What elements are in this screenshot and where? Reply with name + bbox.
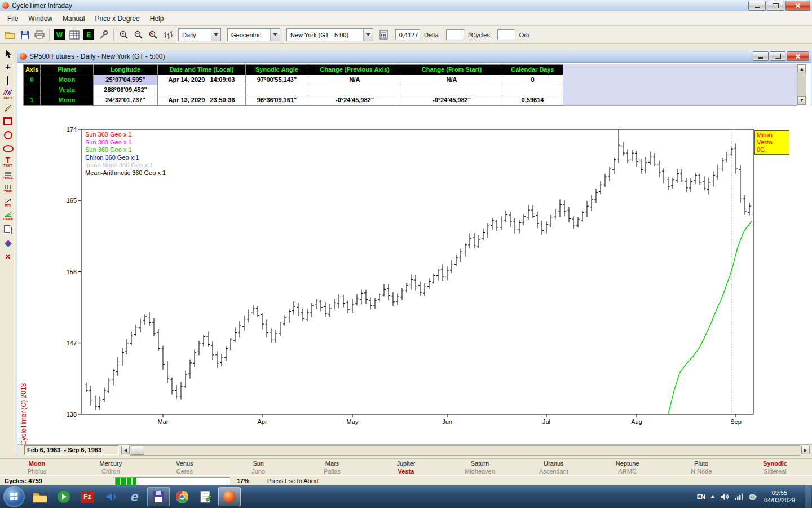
table-cell-change-prev[interactable]: -0°24'45,982" bbox=[308, 95, 401, 106]
table-cell-days[interactable]: 0,59614 bbox=[502, 95, 563, 106]
tray-expand-icon[interactable] bbox=[710, 495, 715, 498]
planet-column[interactable]: MarsPallas bbox=[295, 459, 369, 476]
planet-top-label[interactable]: Sun bbox=[222, 459, 295, 467]
weekly-view-button[interactable]: W bbox=[53, 28, 66, 41]
cycles-input[interactable] bbox=[446, 29, 464, 40]
ephemeris-view-button[interactable]: E bbox=[82, 28, 95, 41]
aspect-tool[interactable]: ASPT bbox=[1, 88, 15, 100]
save-button[interactable] bbox=[18, 28, 31, 41]
coordinate-system-select[interactable]: Geocentric bbox=[227, 28, 280, 41]
print-button[interactable] bbox=[33, 28, 46, 41]
planet-column[interactable]: MercuryChiron bbox=[74, 459, 148, 476]
table-cell-change-start[interactable]: -0°24'45,982" bbox=[401, 95, 502, 106]
chart-window-titlebar[interactable]: SP500 Futures - Daily - New York (GT - 5… bbox=[17, 50, 811, 63]
calculator-button[interactable] bbox=[377, 28, 390, 41]
tray-volume-icon[interactable] bbox=[720, 493, 729, 501]
table-cell-planet[interactable]: Moon bbox=[41, 95, 94, 106]
table-scrollbar[interactable] bbox=[797, 64, 806, 105]
planet-bottom-label[interactable]: ARMC bbox=[590, 467, 664, 475]
ellipse-tool[interactable] bbox=[1, 142, 15, 155]
time-tool[interactable]: TIME bbox=[1, 183, 15, 195]
chart-close-button[interactable] bbox=[787, 51, 809, 61]
show-desktop-button[interactable] bbox=[805, 485, 811, 508]
table-cell-axis[interactable]: 0 bbox=[24, 75, 41, 85]
table-cell-longitude[interactable]: 288°06'09,452" bbox=[94, 85, 158, 95]
planet-bottom-label[interactable]: Pallas bbox=[295, 467, 369, 475]
scroll-up-button[interactable] bbox=[797, 65, 806, 73]
table-cell-longitude[interactable]: 24°32'01,737" bbox=[94, 95, 158, 106]
taskbar-volume-button[interactable] bbox=[100, 487, 122, 506]
location-select[interactable]: New York (GT - 5:00) bbox=[286, 28, 373, 41]
planet-top-label[interactable]: Synodic bbox=[738, 459, 812, 467]
pencil-tool[interactable] bbox=[1, 102, 15, 114]
zoom-in-button[interactable] bbox=[117, 28, 130, 41]
table-view-button[interactable] bbox=[68, 28, 81, 41]
chart-restore-button[interactable] bbox=[770, 51, 785, 61]
planet-top-label[interactable]: Neptune bbox=[590, 459, 664, 467]
planet-bottom-label[interactable]: Pholus bbox=[0, 467, 74, 475]
taskbar-ie-button[interactable]: e bbox=[123, 487, 146, 506]
maximize-button[interactable] bbox=[767, 1, 784, 11]
table-cell-axis[interactable] bbox=[24, 85, 41, 95]
planet-top-label[interactable]: Uranus bbox=[517, 459, 590, 467]
price-tool[interactable]: PRICE bbox=[1, 169, 15, 182]
settings-tools-button[interactable] bbox=[97, 28, 110, 41]
planet-top-label[interactable]: Mercury bbox=[74, 459, 148, 467]
taskbar-cycletimer-button[interactable] bbox=[218, 487, 241, 506]
menu-window[interactable]: Window bbox=[23, 12, 58, 25]
chevron-down-icon[interactable] bbox=[211, 29, 220, 41]
planet-bottom-label[interactable]: Chiron bbox=[74, 467, 148, 475]
planet-bottom-label[interactable]: Vesta bbox=[369, 467, 443, 475]
chevron-down-icon[interactable] bbox=[363, 29, 373, 41]
menu-file[interactable]: File bbox=[2, 12, 23, 25]
timeframe-select[interactable]: Daily bbox=[178, 28, 221, 41]
menu-price-x-degree[interactable]: Price x Degree bbox=[90, 12, 144, 25]
gann-tool[interactable]: GANN bbox=[1, 210, 15, 222]
taskbar-save-app-button[interactable] bbox=[147, 487, 170, 506]
scroll-left-button[interactable] bbox=[121, 446, 130, 454]
text-tool[interactable]: TTEXT bbox=[1, 156, 15, 168]
orb-input[interactable] bbox=[497, 29, 515, 40]
chevron-down-icon[interactable] bbox=[270, 29, 280, 41]
table-cell-change-start[interactable] bbox=[401, 85, 502, 95]
crosshair-tool[interactable]: + bbox=[1, 61, 15, 73]
taskbar-media-button[interactable] bbox=[52, 487, 75, 506]
table-cell-datetime[interactable] bbox=[158, 85, 246, 95]
pointer-tool[interactable] bbox=[1, 47, 15, 60]
taskbar-editor-button[interactable] bbox=[195, 487, 217, 506]
app-titlebar[interactable]: CycleTimer Intraday bbox=[0, 0, 812, 12]
planet-bottom-label[interactable]: Sidereal bbox=[738, 467, 812, 475]
minimize-button[interactable] bbox=[748, 1, 766, 11]
price-chart[interactable]: 138147156165174MarAprMayJunJulAugSep Sun… bbox=[17, 106, 812, 443]
planet-bottom-label[interactable]: Midheaven bbox=[443, 467, 517, 475]
horizontal-scrollbar[interactable] bbox=[130, 445, 800, 456]
taskbar-filezilla-button[interactable]: Fz bbox=[76, 487, 99, 506]
table-cell-datetime[interactable]: Apr 13, 2029 23:50:36 bbox=[158, 95, 246, 106]
rectangle-tool[interactable] bbox=[1, 115, 15, 128]
planet-bottom-label[interactable]: Juno bbox=[222, 467, 295, 475]
planet-column[interactable]: SynodicSidereal bbox=[738, 459, 812, 476]
menu-manual[interactable]: Manual bbox=[58, 12, 90, 25]
circle-tool[interactable] bbox=[1, 129, 15, 141]
tray-power-icon[interactable] bbox=[748, 493, 757, 501]
scroll-down-button[interactable] bbox=[797, 96, 806, 104]
vertical-line-tool[interactable] bbox=[1, 75, 15, 87]
copy-tool[interactable] bbox=[1, 224, 15, 236]
tray-language[interactable]: EN bbox=[697, 493, 705, 500]
planet-column[interactable]: VenusCeres bbox=[148, 459, 222, 476]
ohlc-style-button[interactable] bbox=[161, 28, 174, 41]
ptv-tool[interactable]: PTV bbox=[1, 196, 15, 209]
planet-column[interactable]: PlutoN Node bbox=[664, 459, 738, 476]
tray-network-icon[interactable] bbox=[734, 493, 743, 501]
planet-column[interactable]: MoonPholus bbox=[0, 459, 74, 476]
close-button[interactable] bbox=[785, 1, 810, 11]
table-cell-days[interactable] bbox=[502, 85, 563, 95]
table-cell-longitude-selected[interactable]: 25°07'04,595" bbox=[94, 75, 158, 85]
table-cell-change-prev[interactable]: N/A bbox=[308, 75, 401, 85]
planet-bottom-label[interactable]: N Node bbox=[664, 467, 738, 475]
taskbar-chrome-button[interactable] bbox=[171, 487, 193, 506]
scrollbar-thumb[interactable] bbox=[131, 446, 144, 455]
planet-column[interactable]: SaturnMidheaven bbox=[443, 459, 517, 476]
open-button[interactable] bbox=[3, 28, 16, 41]
table-cell-planet[interactable]: Vesta bbox=[41, 85, 94, 95]
